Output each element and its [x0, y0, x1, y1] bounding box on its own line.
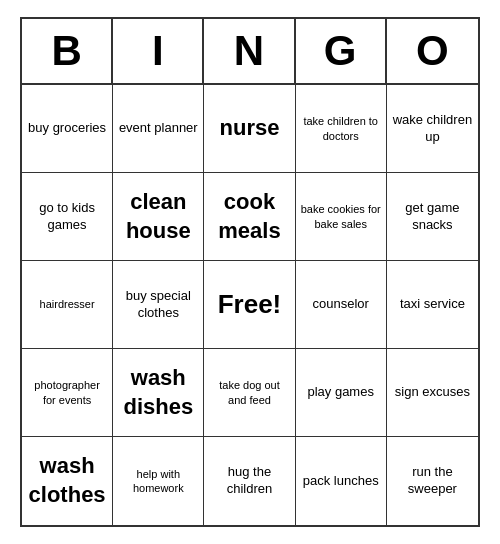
bingo-cell: go to kids games [22, 173, 113, 261]
bingo-grid: buy groceriesevent plannernursetake chil… [22, 85, 478, 525]
bingo-cell: wash clothes [22, 437, 113, 525]
bingo-cell: event planner [113, 85, 204, 173]
header-letter: I [113, 19, 204, 83]
bingo-cell: counselor [296, 261, 387, 349]
bingo-cell: nurse [204, 85, 295, 173]
bingo-cell: buy groceries [22, 85, 113, 173]
bingo-cell: hairdresser [22, 261, 113, 349]
bingo-header: BINGO [22, 19, 478, 85]
bingo-cell: pack lunches [296, 437, 387, 525]
bingo-cell: wash dishes [113, 349, 204, 437]
bingo-cell: help with homework [113, 437, 204, 525]
bingo-cell: cook meals [204, 173, 295, 261]
bingo-cell: hug the children [204, 437, 295, 525]
bingo-card: BINGO buy groceriesevent plannernursetak… [20, 17, 480, 527]
bingo-cell: wake children up [387, 85, 478, 173]
bingo-cell: taxi service [387, 261, 478, 349]
header-letter: N [204, 19, 295, 83]
bingo-cell: take dog out and feed [204, 349, 295, 437]
bingo-cell: photographer for events [22, 349, 113, 437]
bingo-cell: sign excuses [387, 349, 478, 437]
bingo-cell: play games [296, 349, 387, 437]
header-letter: G [296, 19, 387, 83]
bingo-cell: take children to doctors [296, 85, 387, 173]
bingo-cell: get game snacks [387, 173, 478, 261]
bingo-cell: buy special clothes [113, 261, 204, 349]
bingo-cell: clean house [113, 173, 204, 261]
bingo-cell: bake cookies for bake sales [296, 173, 387, 261]
bingo-cell: Free! [204, 261, 295, 349]
header-letter: B [22, 19, 113, 83]
header-letter: O [387, 19, 478, 83]
bingo-cell: run the sweeper [387, 437, 478, 525]
